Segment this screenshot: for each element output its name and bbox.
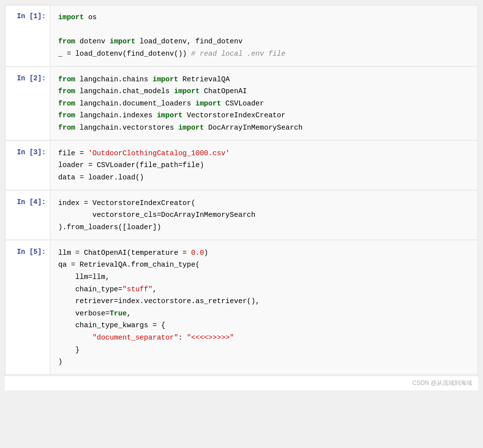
code-token: langchain.vectorstores: [75, 124, 178, 132]
code-token: import: [178, 124, 204, 132]
code-token: 'OutdoorClothingCatalog_1000.csv': [88, 149, 230, 157]
cell-content-5[interactable]: llm = ChatOpenAI(temperature = 0.0)qa = …: [50, 241, 478, 374]
cell-label-1: In [1]:: [5, 5, 50, 66]
code-token: # read local .env file: [191, 50, 285, 58]
code-token: import: [174, 87, 200, 95]
code-token: }: [58, 346, 80, 354]
code-line-1-3: from dotenv import load_dotenv, find_dot…: [58, 35, 470, 48]
code-token: chain_type=: [58, 285, 123, 293]
code-token: qa = RetrievalQA.from_chain_type(: [58, 261, 200, 269]
code-token: ): [58, 358, 63, 366]
code-line-2-2: from langchain.chat_models import ChatOp…: [58, 85, 470, 98]
code-token: import: [109, 37, 135, 45]
cell-2: In [2]:from langchain.chains import Retr…: [5, 68, 478, 140]
code-token: from: [58, 124, 75, 132]
code-line-5-3: llm=llm,: [58, 271, 470, 283]
code-token: [58, 334, 93, 342]
code-token: CSVLoader: [221, 100, 264, 107]
code-line-2-3: from langchain.document_loaders import C…: [58, 98, 470, 110]
code-token: os: [84, 13, 97, 21]
notebook: In [1]:import os from dotenv import load…: [5, 5, 478, 376]
code-token: import: [195, 100, 221, 107]
cell-label-4: In [4]:: [5, 191, 50, 240]
code-token: langchain.indexes: [75, 111, 157, 119]
code-token: "<<<<>>>>>": [187, 334, 234, 342]
code-token: import: [157, 111, 182, 119]
code-token: retriever=index.vectorstore.as_retriever…: [58, 297, 260, 305]
code-token: True: [109, 310, 127, 317]
code-token: VectorstoreIndexCreator: [182, 111, 285, 119]
code-token: from: [58, 87, 75, 95]
code-token: 0.0: [191, 249, 204, 257]
code-line-5-4: chain_type="stuff",: [58, 283, 470, 296]
code-token: "stuff": [123, 285, 153, 293]
code-line-4-3: ).from_loaders([loader]): [58, 221, 470, 234]
code-line-1-1: import os: [58, 11, 470, 24]
code-line-2-1: from langchain.chains import RetrievalQA: [58, 73, 470, 86]
cell-4: In [4]:index = VectorstoreIndexCreator( …: [5, 191, 478, 240]
code-token: import: [58, 13, 84, 21]
cell-label-3: In [3]:: [5, 141, 50, 190]
cell-content-3[interactable]: file = 'OutdoorClothingCatalog_1000.csv'…: [50, 141, 478, 190]
code-token: verbose=: [58, 310, 109, 317]
code-token: ,: [127, 310, 131, 317]
code-line-5-7: chain_type_kwargs = {: [58, 319, 470, 332]
cell-1: In [1]:import os from dotenv import load…: [5, 5, 478, 67]
code-token: langchain.chains: [75, 75, 153, 83]
code-token: loader = CSVLoader(file_path=file): [58, 161, 204, 169]
code-line-5-1: llm = ChatOpenAI(temperature = 0.0): [58, 247, 470, 259]
code-line-3-3: data = loader.load(): [58, 172, 470, 184]
code-line-3-2: loader = CSVLoader(file_path=file): [58, 159, 470, 172]
code-token: DocArrayInMemorySearch: [204, 124, 303, 132]
code-line-5-5: retriever=index.vectorstore.as_retriever…: [58, 295, 470, 308]
code-token: file =: [58, 149, 88, 157]
code-token: data = loader.load(): [58, 173, 144, 181]
code-token: :: [178, 334, 187, 342]
code-token: from: [58, 75, 75, 83]
code-token: ChatOpenAI: [200, 87, 247, 95]
code-token: vectorstore_cls=DocArrayInMemorySearch: [58, 211, 255, 219]
code-token: import: [152, 75, 178, 83]
cell-label-5: In [5]:: [5, 241, 50, 374]
code-token: ,: [152, 285, 157, 293]
code-line-1-2: [58, 24, 470, 36]
cell-3: In [3]:file = 'OutdoorClothingCatalog_10…: [5, 141, 478, 190]
watermark: CSDN @从流域到海域: [5, 376, 478, 390]
code-line-5-8: "document_separator": "<<<<>>>>>": [58, 332, 470, 344]
code-line-4-1: index = VectorstoreIndexCreator(: [58, 197, 470, 209]
code-token: dotenv: [75, 37, 110, 45]
code-token: chain_type_kwargs = {: [58, 321, 166, 329]
cell-content-1[interactable]: import os from dotenv import load_dotenv…: [50, 5, 478, 66]
code-line-2-4: from langchain.indexes import Vectorstor…: [58, 109, 470, 122]
code-token: langchain.document_loaders: [75, 100, 196, 107]
code-token: _ = load_dotenv(find_dotenv()): [58, 50, 191, 58]
code-line-5-10: ): [58, 356, 470, 368]
code-token: llm = ChatOpenAI(temperature =: [58, 249, 191, 257]
code-token: index = VectorstoreIndexCreator(: [58, 199, 195, 207]
cell-content-4[interactable]: index = VectorstoreIndexCreator( vectors…: [50, 191, 478, 240]
code-token: from: [58, 100, 75, 107]
code-line-2-5: from langchain.vectorstores import DocAr…: [58, 122, 470, 134]
code-token: from: [58, 37, 75, 45]
code-line-5-2: qa = RetrievalQA.from_chain_type(: [58, 259, 470, 271]
code-token: from: [58, 111, 75, 119]
code-token: llm=llm,: [58, 273, 109, 281]
code-token: langchain.chat_models: [75, 87, 174, 95]
code-token: ): [204, 249, 208, 257]
code-token: load_dotenv, find_dotenv: [136, 37, 243, 45]
code-line-5-9: }: [58, 344, 470, 356]
cell-5: In [5]:llm = ChatOpenAI(temperature = 0.…: [5, 241, 478, 375]
code-token: "document_separator": [93, 334, 178, 342]
code-line-3-1: file = 'OutdoorClothingCatalog_1000.csv': [58, 147, 470, 160]
cell-content-2[interactable]: from langchain.chains import RetrievalQA…: [50, 68, 478, 140]
code-line-4-2: vectorstore_cls=DocArrayInMemorySearch: [58, 209, 470, 221]
code-token: RetrievalQA: [178, 75, 230, 83]
cell-label-2: In [2]:: [5, 68, 50, 140]
code-line-1-4: _ = load_dotenv(find_dotenv()) # read lo…: [58, 48, 470, 60]
code-line-5-6: verbose=True,: [58, 308, 470, 320]
code-token: ).from_loaders([loader]): [58, 223, 161, 231]
